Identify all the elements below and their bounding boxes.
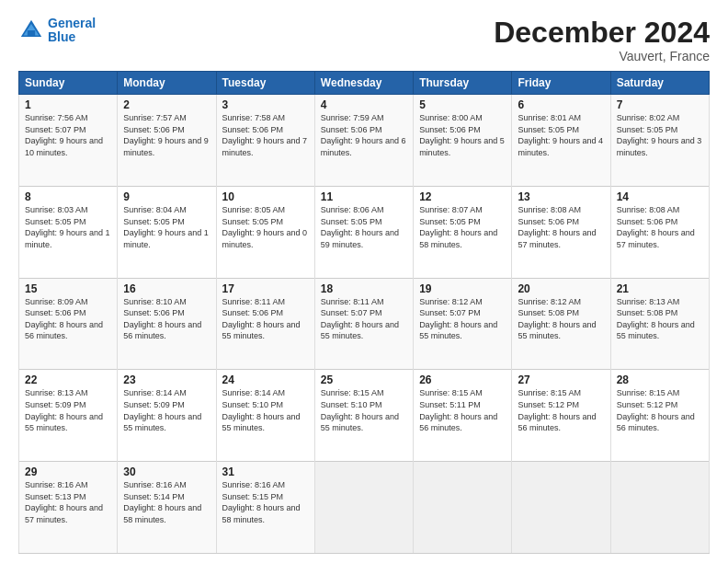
list-item: 31 Sunrise: 8:16 AMSunset: 5:15 PMDaylig… bbox=[216, 462, 314, 554]
list-item: 7 Sunrise: 8:02 AMSunset: 5:05 PMDayligh… bbox=[610, 95, 709, 187]
header-sunday: Sunday bbox=[19, 72, 118, 95]
list-item: 27 Sunrise: 8:15 AMSunset: 5:12 PMDaylig… bbox=[512, 370, 610, 462]
list-item bbox=[512, 462, 610, 554]
header-saturday: Saturday bbox=[610, 72, 709, 95]
list-item bbox=[414, 462, 512, 554]
header-wednesday: Wednesday bbox=[314, 72, 413, 95]
list-item: 25 Sunrise: 8:15 AMSunset: 5:10 PMDaylig… bbox=[314, 370, 413, 462]
weekday-header-row: Sunday Monday Tuesday Wednesday Thursday… bbox=[19, 72, 710, 95]
list-item: 26 Sunrise: 8:15 AMSunset: 5:11 PMDaylig… bbox=[414, 370, 512, 462]
table-row: 22 Sunrise: 8:13 AMSunset: 5:09 PMDaylig… bbox=[19, 370, 710, 462]
month-title: December 2024 bbox=[494, 17, 710, 49]
table-row: 15 Sunrise: 8:09 AMSunset: 5:06 PMDaylig… bbox=[19, 278, 710, 370]
list-item: 20 Sunrise: 8:12 AMSunset: 5:08 PMDaylig… bbox=[512, 278, 610, 370]
header: General Blue December 2024 Vauvert, Fran… bbox=[18, 17, 710, 63]
logo-text: General Blue bbox=[48, 17, 96, 45]
header-thursday: Thursday bbox=[414, 72, 512, 95]
list-item: 8 Sunrise: 8:03 AMSunset: 5:05 PMDayligh… bbox=[19, 186, 118, 278]
header-monday: Monday bbox=[118, 72, 216, 95]
header-friday: Friday bbox=[512, 72, 610, 95]
logo-icon bbox=[18, 17, 44, 43]
location: Vauvert, France bbox=[494, 49, 710, 63]
svg-rect-2 bbox=[28, 30, 35, 37]
list-item: 3 Sunrise: 7:58 AMSunset: 5:06 PMDayligh… bbox=[216, 95, 314, 187]
list-item: 30 Sunrise: 8:16 AMSunset: 5:14 PMDaylig… bbox=[118, 462, 216, 554]
list-item: 6 Sunrise: 8:01 AMSunset: 5:05 PMDayligh… bbox=[512, 95, 610, 187]
table-row: 1 Sunrise: 7:56 AMSunset: 5:07 PMDayligh… bbox=[19, 95, 710, 187]
logo: General Blue bbox=[18, 17, 96, 45]
list-item: 11 Sunrise: 8:06 AMSunset: 5:05 PMDaylig… bbox=[314, 186, 413, 278]
list-item: 21 Sunrise: 8:13 AMSunset: 5:08 PMDaylig… bbox=[610, 278, 709, 370]
list-item: 10 Sunrise: 8:05 AMSunset: 5:05 PMDaylig… bbox=[216, 186, 314, 278]
list-item: 29 Sunrise: 8:16 AMSunset: 5:13 PMDaylig… bbox=[19, 462, 118, 554]
list-item: 14 Sunrise: 8:08 AMSunset: 5:06 PMDaylig… bbox=[610, 186, 709, 278]
list-item: 24 Sunrise: 8:14 AMSunset: 5:10 PMDaylig… bbox=[216, 370, 314, 462]
list-item: 17 Sunrise: 8:11 AMSunset: 5:06 PMDaylig… bbox=[216, 278, 314, 370]
page: General Blue December 2024 Vauvert, Fran… bbox=[0, 0, 728, 563]
list-item: 4 Sunrise: 7:59 AMSunset: 5:06 PMDayligh… bbox=[314, 95, 413, 187]
table-row: 8 Sunrise: 8:03 AMSunset: 5:05 PMDayligh… bbox=[19, 186, 710, 278]
calendar-table: Sunday Monday Tuesday Wednesday Thursday… bbox=[18, 71, 710, 554]
list-item: 9 Sunrise: 8:04 AMSunset: 5:05 PMDayligh… bbox=[118, 186, 216, 278]
list-item: 19 Sunrise: 8:12 AMSunset: 5:07 PMDaylig… bbox=[414, 278, 512, 370]
list-item: 12 Sunrise: 8:07 AMSunset: 5:05 PMDaylig… bbox=[414, 186, 512, 278]
list-item: 2 Sunrise: 7:57 AMSunset: 5:06 PMDayligh… bbox=[118, 95, 216, 187]
title-area: December 2024 Vauvert, France bbox=[494, 17, 710, 63]
list-item: 16 Sunrise: 8:10 AMSunset: 5:06 PMDaylig… bbox=[118, 278, 216, 370]
list-item: 22 Sunrise: 8:13 AMSunset: 5:09 PMDaylig… bbox=[19, 370, 118, 462]
table-row: 29 Sunrise: 8:16 AMSunset: 5:13 PMDaylig… bbox=[19, 462, 710, 554]
list-item: 18 Sunrise: 8:11 AMSunset: 5:07 PMDaylig… bbox=[314, 278, 413, 370]
logo-blue: Blue bbox=[48, 29, 75, 44]
list-item: 5 Sunrise: 8:00 AMSunset: 5:06 PMDayligh… bbox=[414, 95, 512, 187]
list-item: 28 Sunrise: 8:15 AMSunset: 5:12 PMDaylig… bbox=[610, 370, 709, 462]
header-tuesday: Tuesday bbox=[216, 72, 314, 95]
calendar: Sunday Monday Tuesday Wednesday Thursday… bbox=[18, 71, 710, 554]
list-item bbox=[314, 462, 413, 554]
logo-general: General bbox=[48, 16, 96, 30]
list-item: 1 Sunrise: 7:56 AMSunset: 5:07 PMDayligh… bbox=[19, 95, 118, 187]
list-item: 15 Sunrise: 8:09 AMSunset: 5:06 PMDaylig… bbox=[19, 278, 118, 370]
list-item bbox=[610, 462, 709, 554]
list-item: 13 Sunrise: 8:08 AMSunset: 5:06 PMDaylig… bbox=[512, 186, 610, 278]
list-item: 23 Sunrise: 8:14 AMSunset: 5:09 PMDaylig… bbox=[118, 370, 216, 462]
